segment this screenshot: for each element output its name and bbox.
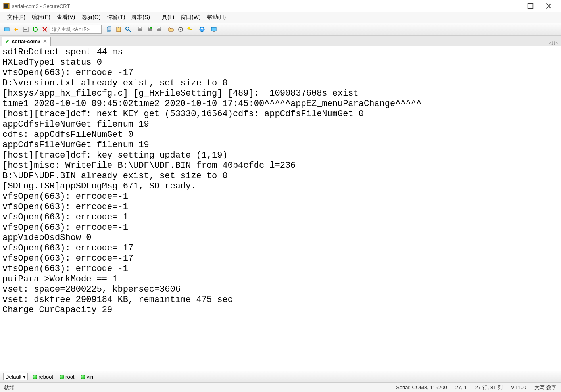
- svg-rect-3: [528, 4, 533, 9]
- svg-rect-27: [190, 29, 192, 30]
- connect-icon[interactable]: [2, 25, 11, 34]
- svg-point-21: [150, 27, 152, 29]
- menubar: 文件(F) 编辑(E) 查看(V) 选项(O) 传输(T) 脚本(S) 工具(L…: [0, 12, 561, 23]
- svg-rect-14: [118, 27, 119, 28]
- terminal-output[interactable]: sd1ReDetect spent 44 ms HXLedType1 statu…: [0, 46, 561, 371]
- status-emulation: VT100: [507, 383, 530, 392]
- tab-nav: ◁ ▷: [549, 40, 559, 46]
- reconnect-icon[interactable]: [31, 25, 40, 34]
- open-folder-icon[interactable]: [167, 25, 175, 34]
- menu-tools[interactable]: 工具(L): [153, 12, 177, 23]
- quick-vin-button[interactable]: vin: [79, 373, 95, 380]
- titlebar: serial-com3 - SecureCRT: [0, 0, 561, 12]
- green-ball-icon: [33, 375, 37, 379]
- svg-rect-22: [157, 29, 161, 31]
- svg-rect-8: [24, 29, 27, 30]
- menu-options[interactable]: 选项(O): [78, 12, 104, 23]
- menu-edit[interactable]: 编辑(E): [29, 12, 54, 23]
- print3-icon[interactable]: [155, 25, 163, 34]
- print2-icon[interactable]: [145, 25, 154, 34]
- green-ball-icon: [81, 375, 85, 379]
- close-button[interactable]: [540, 0, 558, 12]
- status-connection: Serial: COM3, 115200: [392, 383, 451, 392]
- connect-bar-icon[interactable]: [21, 25, 30, 34]
- connected-check-icon: ✔: [5, 38, 10, 44]
- settings-icon[interactable]: [176, 25, 185, 34]
- tab-next-icon[interactable]: ▷: [554, 40, 558, 46]
- svg-rect-19: [148, 29, 152, 31]
- menu-help[interactable]: 帮助(H): [204, 12, 229, 23]
- svg-rect-6: [4, 28, 9, 31]
- key-icon[interactable]: [186, 25, 194, 34]
- svg-rect-23: [158, 27, 160, 29]
- statusbar: 就绪 Serial: COM3, 115200 27, 1 27 行, 81 列…: [0, 382, 561, 392]
- tabbar: ✔ serial-com3 ✕ ◁ ▷: [0, 36, 561, 46]
- svg-point-25: [180, 29, 181, 30]
- screen-icon[interactable]: [209, 25, 218, 34]
- status-ready: 就绪: [0, 383, 392, 392]
- svg-rect-18: [139, 27, 141, 29]
- quickbar-dropdown-label: Default: [5, 374, 21, 380]
- host-input[interactable]: [50, 25, 102, 34]
- disconnect-icon[interactable]: [40, 25, 49, 34]
- status-cursor-pos: 27, 1: [451, 383, 471, 392]
- menu-script[interactable]: 脚本(S): [128, 12, 153, 23]
- status-caps: 大写 数字: [530, 383, 561, 392]
- menu-window[interactable]: 窗口(W): [177, 12, 204, 23]
- tab-close-icon[interactable]: ✕: [43, 38, 47, 44]
- window-title: serial-com3 - SecureCRT: [12, 3, 503, 9]
- find-icon[interactable]: [124, 25, 133, 34]
- menu-transfer[interactable]: 传输(T): [104, 12, 128, 23]
- print-icon[interactable]: [136, 25, 144, 34]
- tab-prev-icon[interactable]: ◁: [549, 40, 553, 46]
- quick-root-button[interactable]: root: [58, 373, 76, 380]
- toolbar: ?: [0, 23, 561, 36]
- quick-reboot-button[interactable]: reboot: [31, 373, 55, 380]
- help-icon[interactable]: ?: [198, 25, 206, 34]
- svg-rect-12: [108, 27, 111, 31]
- svg-rect-17: [138, 29, 142, 31]
- quickbar: Default ▾ reboot root vin: [0, 371, 561, 382]
- svg-rect-31: [213, 31, 215, 32]
- paste-icon[interactable]: [114, 25, 123, 34]
- minimize-button[interactable]: [503, 0, 521, 12]
- quickbar-dropdown[interactable]: Default ▾: [3, 373, 28, 380]
- quick-connect-icon[interactable]: [12, 25, 21, 34]
- tab-label: serial-com3: [12, 38, 40, 44]
- tab-serial-com3[interactable]: ✔ serial-com3 ✕: [2, 37, 51, 46]
- green-ball-icon: [60, 375, 64, 379]
- menu-file[interactable]: 文件(F): [4, 12, 29, 23]
- svg-point-15: [126, 27, 129, 30]
- status-size: 27 行, 81 列: [471, 383, 507, 392]
- svg-rect-30: [211, 27, 216, 31]
- maximize-button[interactable]: [521, 0, 540, 12]
- svg-rect-1: [4, 4, 8, 8]
- chevron-down-icon: ▾: [23, 374, 26, 380]
- menu-view[interactable]: 查看(V): [54, 12, 79, 23]
- svg-line-16: [129, 30, 131, 32]
- app-icon: [3, 3, 10, 9]
- svg-text:?: ?: [201, 27, 203, 32]
- copy-icon[interactable]: [105, 25, 113, 34]
